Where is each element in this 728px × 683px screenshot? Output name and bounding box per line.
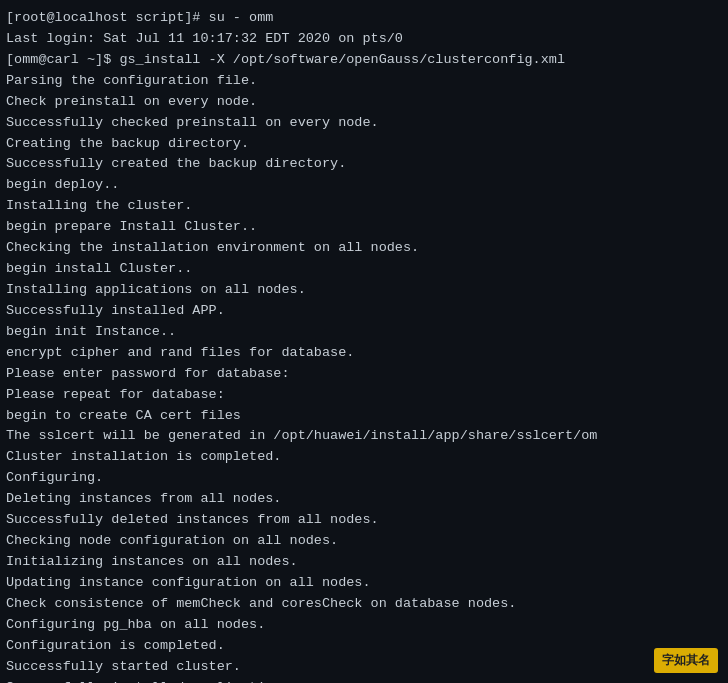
terminal-line: Checking the installation environment on… bbox=[6, 238, 722, 259]
terminal-line: encrypt cipher and rand files for databa… bbox=[6, 343, 722, 364]
terminal-line: begin prepare Install Cluster.. bbox=[6, 217, 722, 238]
terminal-line: Successfully installed application. bbox=[6, 678, 722, 684]
terminal-line: Successfully checked preinstall on every… bbox=[6, 113, 722, 134]
terminal-line: Configuring. bbox=[6, 468, 722, 489]
terminal-line: Cluster installation is completed. bbox=[6, 447, 722, 468]
terminal-line: Configuring pg_hba on all nodes. bbox=[6, 615, 722, 636]
terminal-line: Successfully created the backup director… bbox=[6, 154, 722, 175]
terminal-line: begin init Instance.. bbox=[6, 322, 722, 343]
terminal-line: [root@localhost script]# su - omm bbox=[6, 8, 722, 29]
terminal-line: [omm@carl ~]$ gs_install -X /opt/softwar… bbox=[6, 50, 722, 71]
watermark: 字如其名 bbox=[654, 648, 718, 673]
terminal-line: begin install Cluster.. bbox=[6, 259, 722, 280]
terminal-window: [root@localhost script]# su - ommLast lo… bbox=[0, 0, 728, 683]
terminal-line: Creating the backup directory. bbox=[6, 134, 722, 155]
terminal-line: Installing applications on all nodes. bbox=[6, 280, 722, 301]
terminal-line: Configuration is completed. bbox=[6, 636, 722, 657]
terminal-line: Check preinstall on every node. bbox=[6, 92, 722, 113]
terminal-line: begin deploy.. bbox=[6, 175, 722, 196]
terminal-line: Parsing the configuration file. bbox=[6, 71, 722, 92]
terminal-line: Please enter password for database: bbox=[6, 364, 722, 385]
terminal-content: [root@localhost script]# su - ommLast lo… bbox=[6, 8, 722, 683]
terminal-line: Initializing instances on all nodes. bbox=[6, 552, 722, 573]
terminal-line: Please repeat for database: bbox=[6, 385, 722, 406]
terminal-line: Check consistence of memCheck and coresC… bbox=[6, 594, 722, 615]
terminal-line: Last login: Sat Jul 11 10:17:32 EDT 2020… bbox=[6, 29, 722, 50]
terminal-line: Successfully installed APP. bbox=[6, 301, 722, 322]
terminal-line: Installing the cluster. bbox=[6, 196, 722, 217]
terminal-line: Successfully deleted instances from all … bbox=[6, 510, 722, 531]
terminal-line: The sslcert will be generated in /opt/hu… bbox=[6, 426, 722, 447]
terminal-line: begin to create CA cert files bbox=[6, 406, 722, 427]
terminal-line: Updating instance configuration on all n… bbox=[6, 573, 722, 594]
terminal-line: Deleting instances from all nodes. bbox=[6, 489, 722, 510]
terminal-line: Successfully started cluster. bbox=[6, 657, 722, 678]
terminal-line: Checking node configuration on all nodes… bbox=[6, 531, 722, 552]
